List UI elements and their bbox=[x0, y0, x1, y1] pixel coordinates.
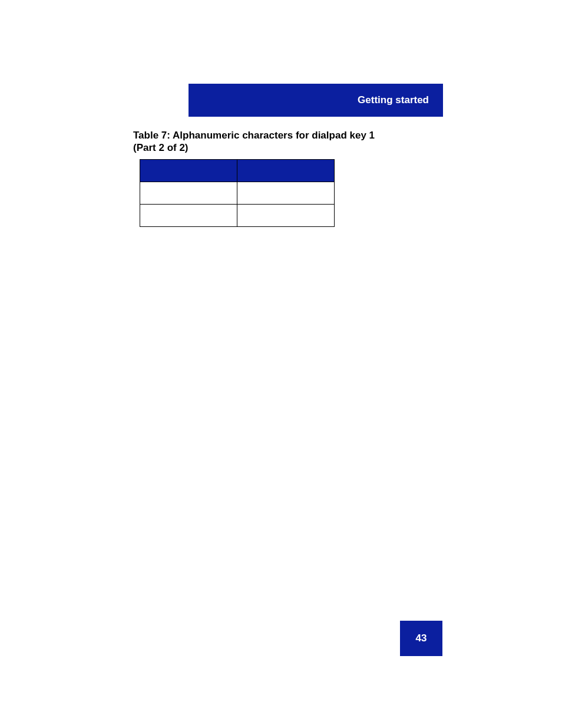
alphanumeric-table bbox=[140, 159, 335, 227]
table-row bbox=[140, 205, 335, 227]
caption-line-2: (Part 2 of 2) bbox=[133, 142, 189, 153]
table-cell bbox=[237, 182, 335, 205]
table-header-row bbox=[140, 160, 335, 182]
header-bar: Getting started bbox=[189, 84, 443, 117]
caption-line-1: Table 7: Alphanumeric characters for dia… bbox=[133, 130, 375, 141]
table-header-cell bbox=[237, 160, 335, 182]
table-cell bbox=[237, 205, 335, 227]
page-number-box: 43 bbox=[400, 621, 442, 656]
page-number: 43 bbox=[416, 633, 427, 644]
section-title: Getting started bbox=[358, 94, 429, 106]
table-header-cell bbox=[140, 160, 237, 182]
table-cell bbox=[140, 182, 237, 205]
table-row bbox=[140, 182, 335, 205]
table-caption: Table 7: Alphanumeric characters for dia… bbox=[133, 129, 375, 154]
table-cell bbox=[140, 205, 237, 227]
